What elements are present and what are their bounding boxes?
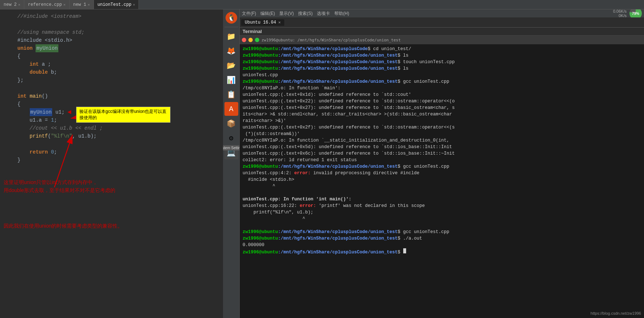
t-line-23	[243, 189, 641, 196]
code-line-2	[0, 20, 223, 28]
annotation-text1: 这里证明union只管以int方式存到内存中， 用double形式去取，至于结果…	[4, 178, 115, 195]
code-line-5: union myUnion	[0, 44, 223, 52]
t-line-30: zw1996@ubuntu:/mnt/hgfs/WinShare/cpluspl…	[243, 235, 641, 242]
files-icon[interactable]: 📁	[224, 29, 238, 43]
code-line-6: {	[0, 52, 223, 60]
text-editor-icon[interactable]: A	[224, 102, 238, 116]
window-max-btn[interactable]	[255, 38, 259, 42]
terminal-body[interactable]: zw1996@ubuntu:/mnt/hgfs/WinShare/cpluspl…	[240, 44, 644, 318]
firefox-icon[interactable]: 🦊	[224, 44, 238, 58]
ubuntu-16-tab[interactable]: Ubuntu 16.04 ✕	[241, 19, 284, 26]
doc-icon[interactable]: 📋	[224, 87, 238, 101]
ubuntu-launcher-icon[interactable]: 🐧	[224, 11, 238, 25]
ubuntu-tab-close[interactable]: ✕	[278, 20, 281, 25]
menu-help[interactable]: 帮助(H)	[334, 11, 349, 17]
editor-tab-bar: new 2 ✕ reference.cpp ✕ new 1 ✕ unionTes…	[0, 0, 644, 9]
code-line-17	[0, 140, 223, 148]
terminal-title-bar: zw1996@ubuntu: /mnt/hgfs/WinShare/cplusp…	[240, 36, 644, 44]
t-line-32: zw1996@ubuntu:/mnt/hgfs/WinShare/cpluspl…	[243, 248, 641, 256]
t-line-15: /tmp/cc8NYIaP.o: In function `__static_i…	[243, 137, 641, 144]
code-line-14: u1.a = 1;	[0, 116, 223, 124]
ubuntu-tab-bar: Ubuntu 16.04 ✕	[240, 17, 644, 28]
t-line-26: printf("%lf\n", u1.b);	[243, 209, 641, 216]
code-line-1: //#include <iostream>	[0, 12, 223, 20]
code-line-7: int a ;	[0, 60, 223, 68]
code-line-15: //cout << u1.b << endl ;	[0, 124, 223, 132]
footer-url: https://blog.csdn.net/zw1996	[591, 310, 641, 317]
t-line-17: unionTest.cpp:(.text+0x6c): undefined re…	[243, 150, 641, 157]
t-line-3: zw1996@ubuntu:/mnt/hgfs/WinShare/cpluspl…	[243, 59, 641, 65]
sidebar-divider1	[224, 27, 238, 27]
t-line-6: zw1996@ubuntu:/mnt/hgfs/WinShare/cpluspl…	[243, 78, 641, 85]
t-line-1: zw1996@ubuntu:/mnt/hgfs/WinShare/cpluspl…	[243, 46, 641, 52]
annotation-text2: 因此我们在使用union的时候需要考虑类型的兼容性。	[4, 222, 123, 230]
tab-new2-label: new 2	[4, 2, 17, 7]
t-line-5: unionTest.cpp	[243, 72, 641, 78]
t-line-18: collect2: error: ld returned 1 exit stat…	[243, 157, 641, 163]
t-line-14: (*)(std::ostream&))'	[243, 131, 641, 137]
t-line-21: #inclde <stdio.h>	[243, 176, 641, 183]
t-line-8: unionTest.cpp:(.text+0x1d): undefined re…	[243, 91, 641, 98]
t-line-10: unionTest.cpp:(.text+0x27): undefined re…	[243, 105, 641, 111]
code-line-10	[0, 84, 223, 92]
window-min-btn[interactable]	[248, 38, 253, 42]
tab-reference-label: reference.cpp	[28, 2, 62, 7]
menu-file[interactable]: 文件(F)	[242, 11, 256, 17]
tab-new1[interactable]: new 1 ✕	[70, 0, 94, 9]
t-line-28	[243, 222, 641, 229]
menu-view[interactable]: 显示(V)	[279, 11, 294, 17]
code-line-9: };	[0, 76, 223, 84]
right-side: 🐧 📁 🦊 📂 📊 📋 A 📦 ⚙ System Settings 💻 文件(F…	[223, 9, 644, 318]
t-line-20: unionTest.cpp:4:2: error: invalid prepro…	[243, 170, 641, 176]
tab-reference[interactable]: reference.cpp ✕	[24, 0, 70, 9]
tab-new1-label: new 1	[73, 2, 86, 7]
archive-icon[interactable]: 📦	[224, 117, 238, 130]
terminal-header: Terminal	[240, 28, 644, 36]
window-close-btn[interactable]	[242, 38, 246, 42]
t-line-19: zw1996@ubuntu:/mnt/hgfs/WinShare/cpluspl…	[243, 163, 641, 170]
t-line-13: unionTest.cpp:(.text+0x2f): undefined re…	[243, 124, 641, 131]
system-settings-icon[interactable]: ⚙ System Settings	[224, 131, 238, 145]
code-panel: //#include <iostream> //using namespace …	[0, 9, 223, 318]
code-line-4: #include <stdio.h>	[0, 36, 223, 44]
code-line-3: //using namespace std;	[0, 28, 223, 36]
code-line-18: return 0;	[0, 148, 223, 156]
t-line-9: unionTest.cpp:(.text+0x22): undefined re…	[243, 98, 641, 105]
menu-edit[interactable]: 编辑(E)	[260, 11, 275, 17]
nautilus-icon[interactable]: 📂	[224, 58, 238, 72]
tab-new1-close[interactable]: ✕	[88, 3, 90, 7]
t-line-11: its<char> >& std::endl<char, std::char_t…	[243, 111, 641, 118]
ubuntu-tab-label: Ubuntu 16.04	[245, 20, 276, 25]
tab-uniontest-close[interactable]: ✕	[133, 3, 135, 7]
terminal-path-title: zw1996@ubuntu: /mnt/hgfs/WinShare/cplusp…	[261, 38, 401, 42]
tab-reference-close[interactable]: ✕	[63, 3, 66, 7]
t-line-16: unionTest.cpp:(.text+0x5d): undefined re…	[243, 144, 641, 150]
arrow-right-indicator: ◄	[67, 108, 71, 116]
code-line-11: int main()	[0, 92, 223, 100]
tab-new2-close[interactable]: ✕	[18, 3, 20, 7]
calc-icon[interactable]: 📊	[224, 73, 238, 87]
t-line-2: zw1996@ubuntu:/mnt/hgfs/WinShare/cpluspl…	[243, 52, 641, 59]
t-line-22: ^	[243, 183, 641, 189]
tab-uniontest-label: unionTest.cpp	[98, 2, 132, 7]
terminal-title: Terminal	[243, 29, 262, 34]
t-line-24: unionTest.cpp: In function 'int main()':	[243, 196, 641, 203]
code-line-8: double b;	[0, 68, 223, 76]
cursor	[403, 248, 406, 253]
tab-uniontest[interactable]: unionTest.cpp ✕	[94, 0, 139, 9]
t-line-29: zw1996@ubuntu:/mnt/hgfs/WinShare/cpluspl…	[243, 229, 641, 235]
code-line-19: }	[0, 156, 223, 164]
t-line-4: zw1996@ubuntu:/mnt/hgfs/WinShare/cpluspl…	[243, 65, 641, 72]
network-info: 0.06K/s0K/s	[613, 9, 627, 18]
terminal-wrapper: 文件(F) 编辑(E) 显示(V) 搜索(S) 选项卡 帮助(H) 0.06K/…	[240, 9, 644, 318]
t-line-12: raits<char> >&)'	[243, 118, 641, 124]
t-line-27: ^	[243, 216, 641, 222]
menu-search[interactable]: 搜索(S)	[298, 11, 313, 17]
t-line-31: 0.000000	[243, 242, 641, 248]
menu-tabs[interactable]: 选项卡	[317, 11, 330, 17]
tab-new2[interactable]: new 2 ✕	[0, 0, 24, 9]
code-line-12: {	[0, 100, 223, 108]
t-line-7: /tmp/cc8NYIaP.o: In function `main':	[243, 85, 641, 91]
code-line-16: printf("%lf\n", u1.b);	[0, 132, 223, 140]
code-content: //#include <iostream> //using namespace …	[0, 9, 223, 167]
